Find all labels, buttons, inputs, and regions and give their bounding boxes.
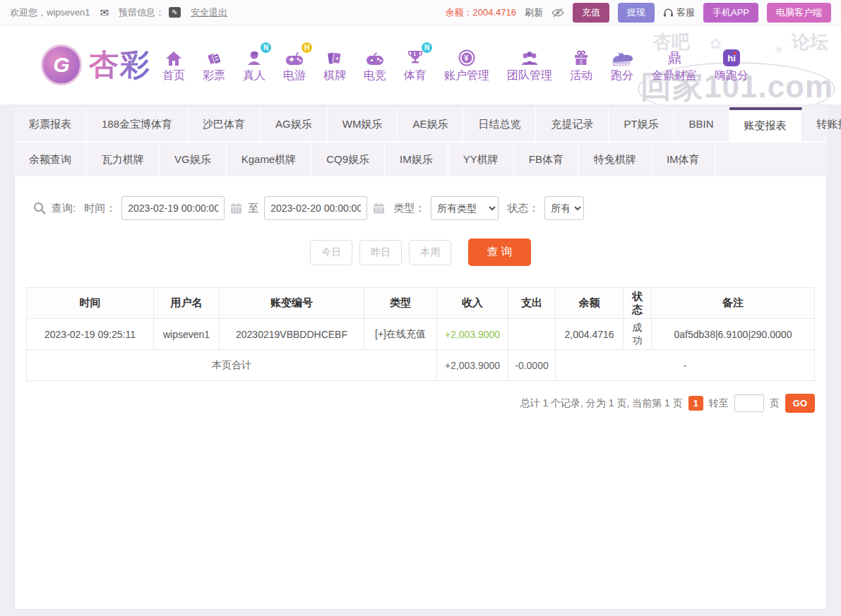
badge-h: H: [302, 42, 312, 53]
tab-bbin[interactable]: BBIN: [674, 107, 729, 141]
headset-icon: [663, 8, 674, 18]
nav-item-lottery[interactable]: 彩票: [203, 47, 225, 83]
cell-type: [+]在线充值: [364, 319, 437, 350]
brand-logo[interactable]: G 杏彩: [41, 44, 151, 85]
time-label: 时间：: [84, 202, 116, 215]
eye-slash-icon[interactable]: [551, 8, 564, 18]
nav-item-home[interactable]: 首页: [162, 47, 185, 83]
search-submit-button[interactable]: 查 询: [468, 238, 530, 266]
go-button[interactable]: GO: [785, 394, 815, 413]
mobile-app-button[interactable]: 手机APP: [703, 3, 758, 23]
calendar-icon[interactable]: [230, 203, 242, 215]
cell-balance: 2,004.4716: [556, 319, 624, 350]
home-icon: [165, 47, 182, 66]
watermark-flourish-icon: ❀: [775, 44, 783, 55]
withdraw-button[interactable]: 提现: [618, 3, 655, 23]
nav-item-egames[interactable]: H 电游: [283, 47, 306, 83]
badge-n: N: [261, 42, 271, 53]
topbar: 欢迎您，wipseven1 ✉ 预留信息： ✎ 安全退出 余额：2004.471…: [0, 0, 841, 25]
col-expense: 支出: [508, 288, 556, 319]
date-to-input[interactable]: [264, 196, 367, 220]
tab-wm[interactable]: WM娱乐: [328, 107, 398, 141]
welcome-text: 欢迎您，wipseven1: [10, 6, 90, 19]
cell-username: wipseven1: [154, 319, 220, 350]
nav-item-hi-paofen[interactable]: hi 嗨跑分: [715, 47, 748, 83]
tab-fb-sports[interactable]: FB体育: [514, 143, 579, 176]
today-button[interactable]: 今日: [310, 240, 352, 265]
col-change-id: 账变编号: [220, 288, 364, 319]
nav-item-activity[interactable]: 活动: [570, 47, 592, 83]
calendar-icon[interactable]: [373, 203, 385, 215]
trophy-icon: 1 N: [407, 47, 424, 66]
tab-tetu-board[interactable]: 特兔棋牌: [579, 143, 652, 176]
report-tabs: 彩票报表 188金宝博体育 沙巴体育 AG娱乐 WM娱乐 AE娱乐 日结总览 充…: [14, 107, 827, 176]
col-type: 类型: [364, 288, 437, 319]
current-page-badge[interactable]: 1: [688, 396, 703, 411]
cell-change-id: 20230219VBBDDHCEBF: [220, 319, 364, 350]
team-icon: [520, 47, 539, 66]
col-balance: 余额: [556, 288, 624, 319]
nav-item-jinding-wealth[interactable]: 鼎 金鼎财富: [652, 47, 697, 83]
total-rest: -: [556, 350, 815, 381]
nav-item-paofen[interactable]: 跑分专业平台 跑分: [610, 47, 634, 83]
edit-pencil-icon[interactable]: ✎: [169, 7, 181, 18]
tab-shaba-sports[interactable]: 沙巴体育: [188, 107, 261, 141]
pagination-summary: 总计 1 个记录, 分为 1 页, 当前第 1 页: [520, 397, 683, 410]
tab-ag[interactable]: AG娱乐: [261, 107, 328, 141]
nav-item-boardgames[interactable]: ♦ 棋牌: [323, 47, 346, 83]
query-label: 查询:: [52, 202, 76, 215]
pc-client-button[interactable]: 电脑客户端: [767, 3, 831, 23]
nav-item-sports[interactable]: 1 N 体育: [404, 47, 427, 83]
cell-income: +2,003.9000: [437, 319, 508, 350]
logout-link[interactable]: 安全退出: [191, 6, 227, 19]
table-row: 2023-02-19 09:25:11 wipseven1 20230219VB…: [27, 319, 815, 350]
nav-item-account-management[interactable]: ¥ 账户管理: [444, 47, 489, 83]
content-panel: 查询: 时间： 至 类型： 所有类型 状态： 所有 今日 昨日 本周 查 询: [14, 176, 827, 610]
total-label: 本页合计: [27, 350, 437, 381]
tab-vg[interactable]: VG娱乐: [160, 143, 227, 176]
gamepad-icon: H: [285, 47, 304, 66]
reserved-info-label: 预留信息：: [119, 6, 165, 19]
gift-icon: [573, 47, 590, 66]
status-select[interactable]: 所有: [544, 196, 584, 220]
refresh-link[interactable]: 刷新: [525, 6, 543, 19]
tab-188-sports[interactable]: 188金宝博体育: [87, 107, 188, 141]
mail-icon[interactable]: ✉: [100, 6, 109, 19]
live-dealer-icon: N: [246, 47, 263, 66]
tab-account-change-report[interactable]: 账变报表: [729, 107, 802, 141]
col-username: 用户名: [154, 288, 220, 319]
nav-item-esports[interactable]: 电竞: [364, 47, 386, 83]
page-unit-label: 页: [770, 397, 780, 410]
goto-page-input[interactable]: [734, 394, 764, 412]
tab-row-2: 余额查询 瓦力棋牌 VG娱乐 Kgame棋牌 CQ9娱乐 IM娱乐 YY棋牌 F…: [14, 141, 827, 176]
tab-daily-overview[interactable]: 日结总览: [463, 107, 536, 141]
recharge-button[interactable]: 充值: [573, 3, 609, 23]
watermark-right-text: 论坛: [792, 30, 828, 54]
tab-transfer-report[interactable]: 转账报表: [802, 107, 841, 141]
nav-item-live[interactable]: N 真人: [243, 47, 266, 83]
tab-deposit-withdraw-records[interactable]: 充提记录: [536, 107, 609, 141]
tab-cq9[interactable]: CQ9娱乐: [311, 143, 385, 176]
col-status: 状态: [624, 288, 652, 319]
tab-row-1: 彩票报表 188金宝博体育 沙巴体育 AG娱乐 WM娱乐 AE娱乐 日结总览 充…: [14, 107, 827, 141]
tab-pt[interactable]: PT娱乐: [609, 107, 674, 141]
tab-yy-board[interactable]: YY棋牌: [448, 143, 514, 176]
col-remark: 备注: [652, 288, 815, 319]
tab-ae[interactable]: AE娱乐: [398, 107, 463, 141]
this-week-button[interactable]: 本周: [409, 240, 451, 265]
tab-kgame[interactable]: Kgame棋牌: [227, 143, 312, 176]
ticket-icon: [205, 47, 222, 66]
type-select[interactable]: 所有类型: [431, 196, 499, 220]
tab-im-casino[interactable]: IM娱乐: [385, 143, 448, 176]
customer-service-link[interactable]: 客服: [663, 6, 695, 19]
svg-text:¥: ¥: [464, 54, 469, 62]
tab-im-sports[interactable]: IM体育: [652, 143, 715, 176]
tab-lottery-report[interactable]: 彩票报表: [14, 107, 87, 141]
tab-wali-board[interactable]: 瓦力棋牌: [87, 143, 160, 176]
logo-emblem-icon: G: [41, 44, 82, 85]
date-from-input[interactable]: [121, 196, 225, 220]
nav-item-team-management[interactable]: 团队管理: [507, 47, 552, 83]
yesterday-button[interactable]: 昨日: [359, 240, 402, 265]
main-nav: 首页 彩票 N 真人 H 电游 ♦ 棋牌: [162, 47, 748, 83]
tab-balance-query[interactable]: 余额查询: [14, 143, 87, 176]
